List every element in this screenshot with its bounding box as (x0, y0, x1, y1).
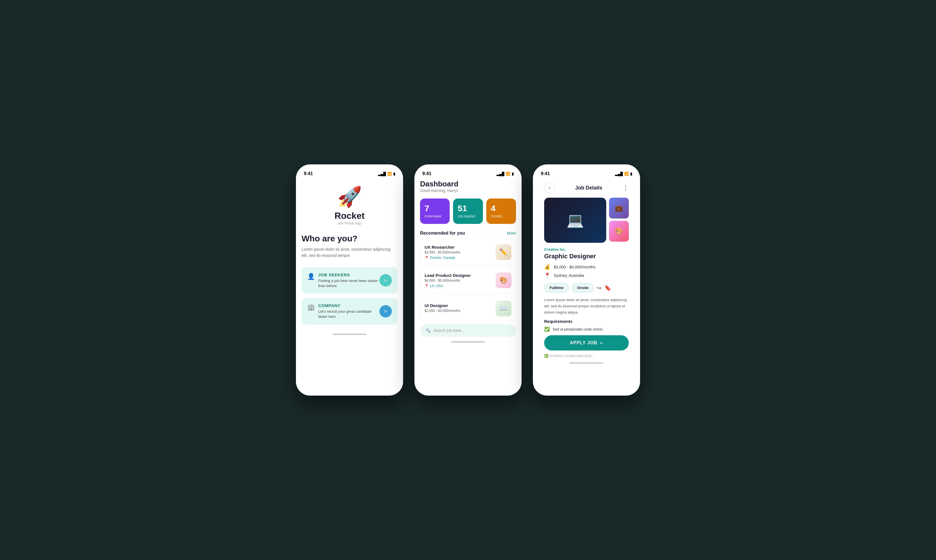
search-placeholder: Search job here.. (433, 328, 463, 333)
rocket-icon: 🚀 (302, 185, 397, 208)
salary-row: 💰 $3,000 - $4,000/months (544, 264, 629, 270)
battery-icon-1: ▮ (393, 172, 395, 176)
job-meta: 💰 $3,000 - $4,000/months 📍 Sydney, Austr… (544, 264, 629, 278)
more-options-button[interactable]: ⋮ (623, 184, 629, 191)
job-details-body: Creative Inc. Graphic Designer 💰 $3,000 … (539, 247, 634, 332)
seeker-text: JOB SEEKERS Finding a job here never bee… (318, 272, 379, 288)
job-card-1[interactable]: Lead Product Designer $4,000 - $5,000/mo… (420, 268, 516, 293)
stat-num-candidates: 4 (491, 204, 511, 213)
stat-label-applied: Job Applied (457, 214, 478, 218)
phone-job-details: 9:41 ▂▄█ 📶 ▮ ‹ Job Details ⋮ 💻 💼 🎨 (533, 165, 640, 395)
seeker-option-left: 👤 JOB SEEKERS Finding a job here never b… (307, 272, 379, 288)
stat-card-applied[interactable]: 51 Job Applied (453, 198, 483, 224)
requirement-item-1: ✅ Architecto beatae vitae dicta... (539, 354, 634, 358)
job-title-2: UI Designer (425, 303, 492, 308)
stats-row: 7 Invterviews 51 Job Applied 4 Candid... (420, 198, 516, 224)
seeker-option-card[interactable]: 👤 JOB SEEKERS Finding a job here never b… (302, 267, 397, 294)
location-pin-icon-1: 📍 (425, 284, 429, 288)
seeker-chevron-icon: ›› (384, 277, 387, 283)
dashboard-title: Dashboard (420, 180, 516, 188)
status-time-1: 9:41 (304, 171, 313, 176)
wifi-icon-3: 📶 (624, 172, 629, 176)
back-button[interactable]: ‹ (544, 182, 555, 193)
job-thumb-0: ✏️ (496, 244, 511, 260)
seeker-arrow-button[interactable]: ›› (379, 274, 392, 286)
stat-card-interviews[interactable]: 7 Invterviews (420, 198, 450, 224)
app-tagline: Job Portal App (302, 221, 397, 225)
battery-icon-2: ▮ (512, 172, 514, 176)
app-logo: 🚀 Rocket Job Portal App (302, 185, 397, 225)
requirements-title: Requirements (544, 319, 629, 324)
job-salary-1: $4,000 - $5,000/months (425, 278, 492, 283)
requirement-item-0: ✅ Sed ut perspiciatis unde omnis (544, 326, 629, 332)
job-details-header: ‹ Job Details ⋮ (539, 180, 634, 198)
share-button[interactable]: ↪ (597, 285, 602, 291)
location-text: Sydney, Australia (554, 273, 584, 278)
job-card-2-content: UI Designer $2,000 - $3,000/months (425, 303, 492, 314)
search-bar[interactable]: 🔍 Search job here.. (420, 324, 516, 337)
company-desc: Let's recruit your great candidate faste… (318, 309, 379, 319)
job-salary-0: $3,500 - $5,500/months (425, 251, 492, 254)
seeker-icon: 👤 (307, 273, 315, 280)
company-title: COMPANY (318, 303, 379, 308)
job-card-0[interactable]: UX Researcher $3,500 - $5,500/months 📍 T… (420, 240, 516, 265)
location-pin-icon-0: 📍 (425, 256, 429, 260)
apply-label: APPLY JOB (570, 340, 597, 345)
job-title-1: Lead Product Designer (425, 273, 492, 278)
requirement-text-0: Sed ut perspiciatis unde omnis (553, 327, 603, 331)
stat-num-interviews: 7 (425, 204, 445, 213)
company-icon: 🏢 (307, 304, 315, 311)
hero-title: Who are you? (302, 234, 397, 243)
company-option-card[interactable]: 🏢 COMPANY Let's recruit your great candi… (302, 298, 397, 324)
phone-onboarding: 9:41 ▂▄█ 📶 ▮ 🚀 Rocket Job Portal App Who… (296, 165, 403, 395)
hero-desc: Lorem ipsum dolor sit amet, consectetur … (302, 246, 397, 259)
location-row: 📍 Sydney, Australia (544, 272, 629, 278)
apply-chevron-icon: ›› (600, 340, 603, 345)
job-details-job-title: Graphic Designer (544, 253, 629, 260)
fulltime-tag[interactable]: Fulltime (544, 283, 569, 292)
company-name: Creative Inc. (544, 247, 629, 252)
stat-num-applied: 51 (457, 204, 478, 213)
location-pin-icon: 📍 (544, 272, 550, 278)
signal-icon-1: ▂▄█ (378, 172, 386, 176)
job-card-1-content: Lead Product Designer $4,000 - $5,000/mo… (425, 273, 492, 288)
wifi-icon-2: 📶 (506, 172, 510, 176)
job-salary-2: $2,000 - $3,000/months (425, 309, 492, 313)
stat-label-interviews: Invterviews (425, 214, 445, 218)
job-location-0: 📍 Toronto, Canada (425, 256, 492, 260)
section-more-button[interactable]: More (507, 231, 516, 235)
status-bar-1: 9:41 ▂▄█ 📶 ▮ (302, 170, 397, 180)
onsite-tag[interactable]: Onsite (572, 283, 594, 292)
salary-text: $3,000 - $4,000/months (554, 265, 596, 269)
salary-icon: 💰 (544, 264, 550, 270)
company-chevron-icon: ›› (384, 308, 387, 314)
job-thumb-1: 🎨 (496, 272, 511, 288)
job-description: Lorem ipsum dolor sit amet, consectetur … (544, 297, 629, 315)
phone3-content: ‹ Job Details ⋮ 💻 💼 🎨 Creative Inc. Grap… (539, 180, 634, 358)
search-icon: 🔍 (426, 328, 431, 333)
job-thumb-2: ⌨️ (496, 301, 511, 316)
battery-icon-3: ▮ (630, 172, 632, 176)
company-arrow-button[interactable]: ›› (379, 305, 392, 317)
home-indicator-1 (333, 334, 366, 335)
phone1-content: 🚀 Rocket Job Portal App Who are you? Lor… (302, 180, 397, 329)
status-bar-3: 9:41 ▂▄█ 📶 ▮ (539, 170, 634, 180)
status-icons-2: ▂▄█ 📶 ▮ (496, 172, 514, 176)
job-details-title: Job Details (575, 185, 602, 191)
apply-job-button[interactable]: APPLY JOB ›› (544, 335, 629, 351)
status-time-2: 9:41 (422, 171, 431, 176)
bookmark-button[interactable]: 🔖 (604, 285, 611, 291)
check-icon-1: ✅ (544, 354, 548, 358)
status-icons-3: ▂▄█ 📶 ▮ (615, 172, 632, 176)
check-icon-0: ✅ (544, 326, 550, 332)
phone2-content: Dashboard Good morning, Harry! 7 Invterv… (420, 180, 516, 337)
hero-main-img-content: 💻 (544, 198, 606, 243)
job-title-0: UX Researcher (425, 245, 492, 249)
phone-dashboard: 9:41 ▂▄█ 📶 ▮ Dashboard Good morning, Har… (414, 165, 522, 395)
job-card-2[interactable]: UI Designer $2,000 - $3,000/months ⌨️ (420, 296, 516, 321)
status-icons-1: ▂▄█ 📶 ▮ (378, 172, 395, 176)
company-option-left: 🏢 COMPANY Let's recruit your great candi… (307, 303, 379, 319)
signal-icon-2: ▂▄█ (496, 172, 504, 176)
job-location-1: 📍 LA, USA (425, 284, 492, 288)
stat-card-candidates[interactable]: 4 Candid... (486, 198, 516, 224)
